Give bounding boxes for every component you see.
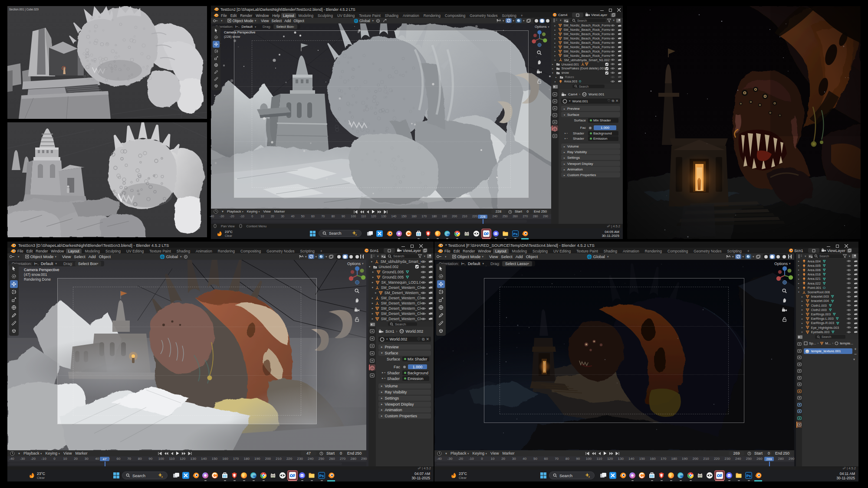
svg-text:Section.001 | Cube.029: Section.001 | Cube.029 (9, 8, 39, 11)
